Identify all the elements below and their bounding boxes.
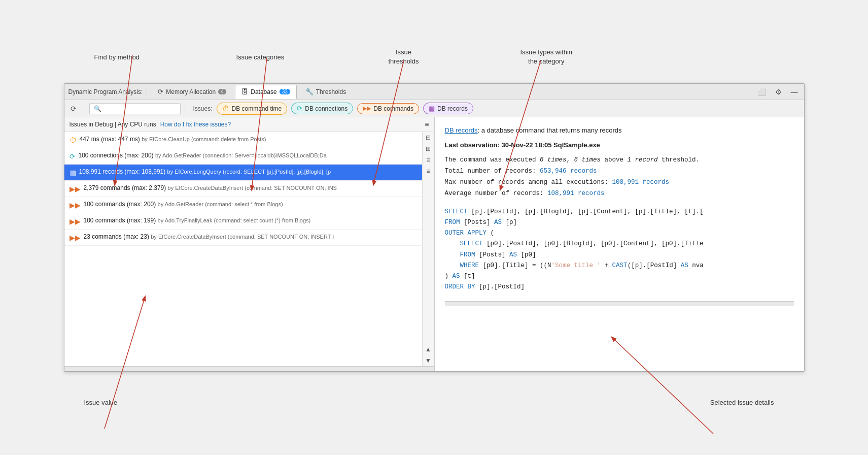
detail-title-link[interactable]: DB records bbox=[445, 126, 478, 134]
issue-item[interactable]: ⏱ 447 ms (max: 447 ms) by EfCore.CleanUp… bbox=[64, 132, 422, 148]
issue-4-icon: ▶▶ bbox=[70, 185, 81, 193]
issue-2-detail: by Ado.GetReader (connection: Server=(lo… bbox=[155, 152, 327, 158]
issue-item[interactable]: ▶▶ 23 commands (max: 23) by EfCore.Creat… bbox=[64, 230, 422, 246]
issue-6-main: 100 commands (max: 199) bbox=[84, 217, 156, 224]
detail-row-2: Max number of records among all executio… bbox=[445, 177, 794, 187]
issue-3-text: 108,991 records (max: 108,991) by EfCore… bbox=[79, 168, 417, 175]
issue-item-selected[interactable]: ▦ 108,991 records (max: 108,991) by EfCo… bbox=[64, 165, 422, 181]
filter-bar: Issues in Debug | Any CPU runs How do I … bbox=[64, 117, 434, 132]
thresholds-tab-icon: 🔧 bbox=[305, 88, 314, 95]
issue-7-main: 23 commands (max: 23) bbox=[84, 233, 149, 240]
tab-database-count: 33 bbox=[280, 89, 290, 94]
annotation-issue-thresholds: Issuethresholds bbox=[389, 48, 419, 66]
annotation-issue-categories: Issue categories bbox=[236, 53, 285, 62]
annotation-find-by-method: Find by method bbox=[94, 53, 140, 62]
issue-item[interactable]: ▶▶ 2,379 commands (max: 2,379) by EfCore… bbox=[64, 181, 422, 197]
issue-3-detail: by EfCore.LongQuery (record: SELECT [p].… bbox=[167, 169, 331, 175]
right-panel-scrollbar[interactable] bbox=[445, 301, 794, 306]
issue-item[interactable]: ▶▶ 100 commands (max: 199) by Ado.TryFin… bbox=[64, 213, 422, 230]
refresh-button[interactable]: ⟳ bbox=[68, 104, 79, 114]
detail-total-records: 653,946 records bbox=[540, 168, 597, 175]
chip-time-icon: ⏱ bbox=[222, 105, 229, 113]
tab-memory-count: 4 bbox=[218, 89, 226, 94]
tab-memory-label: Memory Allocation bbox=[166, 88, 216, 95]
issue-7-icon: ▶▶ bbox=[70, 234, 81, 242]
toolbar-divider-2 bbox=[186, 104, 186, 114]
issue-7-text: 23 commands (max: 23) by EfCore.CreateDa… bbox=[84, 233, 417, 240]
issue-6-text: 100 commands (max: 199) by Ado.TryFinall… bbox=[84, 217, 417, 224]
detail-title: DB records: a database command that retu… bbox=[445, 125, 794, 136]
issue-1-text: 447 ms (max: 447 ms) by EfCore.CleanUp (… bbox=[80, 136, 417, 143]
chip-db-records[interactable]: ▦ DB records bbox=[423, 103, 473, 114]
sort-filter-btn-4[interactable]: ≡ bbox=[426, 168, 430, 175]
issue-3-icon: ▦ bbox=[70, 169, 76, 177]
left-panel: Issues in Debug | Any CPU runs How do I … bbox=[64, 117, 435, 371]
scroll-up-btn[interactable]: ▲ bbox=[425, 346, 431, 353]
issue-6-detail: by Ado.TryFinallyLeak (command: select c… bbox=[158, 217, 311, 223]
chip-db-command-time[interactable]: ⏱ DB command time bbox=[217, 103, 288, 115]
sort-filter-btn-3[interactable]: ≡ bbox=[426, 156, 430, 164]
tab-thresholds-label: Thresholds bbox=[316, 88, 346, 95]
issue-5-detail: by Ado.GetReader (command: select * from… bbox=[158, 201, 283, 207]
issue-1-icon: ⏱ bbox=[70, 136, 77, 144]
tab-database-label: Database bbox=[251, 88, 276, 95]
annotation-issue-value: Issue value bbox=[84, 398, 118, 407]
annotation-selected-issue: Selected issue details bbox=[710, 398, 774, 407]
chip-records-label: DB records bbox=[437, 105, 468, 112]
sort-filter-btn-2[interactable]: ⊞ bbox=[426, 145, 431, 152]
annotation-issue-types: Issue types withinthe category bbox=[520, 48, 573, 66]
ide-window: Dynamic Program Analysis: ⟳ Memory Alloc… bbox=[64, 83, 805, 372]
scroll-down-btn[interactable]: ▼ bbox=[425, 357, 431, 364]
chip-db-commands[interactable]: ▶▶ DB commands bbox=[357, 103, 419, 114]
code-line-4: SELECT [p0].[PostId], [p0].[BlogId], [p0… bbox=[445, 239, 794, 249]
tab-memory[interactable]: ⟳ Memory Allocation 4 bbox=[151, 85, 233, 99]
left-panel-scrollbar[interactable] bbox=[64, 366, 434, 371]
filter-sort-icon[interactable]: ≡ bbox=[425, 120, 429, 128]
chip-db-connections[interactable]: ⟳ DB connections bbox=[291, 103, 353, 114]
code-line-6: WHERE [p0].[Title] = ((N'Some title ' + … bbox=[445, 261, 794, 271]
tab-thresholds[interactable]: 🔧 Thresholds bbox=[299, 85, 353, 99]
right-panel: DB records: a database command that retu… bbox=[435, 117, 804, 371]
memory-tab-icon: ⟳ bbox=[158, 88, 163, 95]
tab-bar: Dynamic Program Analysis: ⟳ Memory Alloc… bbox=[64, 84, 804, 100]
main-content: Issues in Debug | Any CPU runs How do I … bbox=[64, 117, 804, 371]
code-line-8: ORDER BY [p].[PostId] bbox=[445, 282, 794, 292]
toolbar-divider-1 bbox=[84, 104, 84, 114]
issue-1-main: 447 ms (max: 447 ms) bbox=[80, 136, 140, 143]
search-input[interactable] bbox=[89, 103, 181, 114]
toolbar: ⟳ Issues: ⏱ DB command time ⟳ DB connect… bbox=[64, 100, 804, 117]
chip-commands-label: DB commands bbox=[373, 105, 413, 112]
issue-6-icon: ▶▶ bbox=[70, 217, 81, 225]
issue-7-detail: by EfCore.CreateDataByInsert (command: S… bbox=[151, 234, 334, 240]
issue-2-text: 100 connections (max: 200) by Ado.GetRea… bbox=[79, 152, 417, 159]
issue-2-main: 100 connections (max: 200) bbox=[79, 152, 154, 159]
detail-subtitle: Last observation: 30-Nov-22 18:05 SqlSam… bbox=[445, 140, 794, 151]
code-line-7: ) AS [t] bbox=[445, 271, 794, 282]
detail-row-0: The command was executed 6 times, 6 time… bbox=[445, 155, 794, 165]
issue-3-main: 108,991 records (max: 108,991) bbox=[79, 168, 166, 175]
left-panel-inner: ⏱ 447 ms (max: 447 ms) by EfCore.CleanUp… bbox=[64, 132, 434, 366]
detail-row-1: Total number of records: 653,946 records bbox=[445, 166, 794, 176]
chip-connections-icon: ⟳ bbox=[297, 105, 302, 112]
detail-avg-records: 108,991 records bbox=[547, 190, 605, 197]
issue-item[interactable]: ⟳ 100 connections (max: 200) by Ado.GetR… bbox=[64, 148, 422, 165]
issue-5-icon: ▶▶ bbox=[70, 201, 81, 209]
issue-item[interactable]: ▶▶ 100 commands (max: 200) by Ado.GetRea… bbox=[64, 197, 422, 213]
minimize-icon[interactable]: — bbox=[789, 87, 800, 97]
settings-icon[interactable]: ⚙ bbox=[773, 87, 784, 97]
code-block: SELECT [p].[PostId], [p].[BlogId], [p].[… bbox=[445, 207, 794, 293]
detail-max-records: 108,991 records bbox=[612, 179, 670, 186]
sort-filter-btn-1[interactable]: ⊟ bbox=[426, 134, 431, 141]
issue-5-main: 100 commands (max: 200) bbox=[84, 201, 156, 208]
issue-list: ⏱ 447 ms (max: 447 ms) by EfCore.CleanUp… bbox=[64, 132, 422, 366]
fix-issues-link[interactable]: How do I fix these issues? bbox=[160, 121, 231, 128]
detail-row-3: Average number of records: 108,991 recor… bbox=[445, 188, 794, 199]
restore-icon[interactable]: ⬜ bbox=[755, 87, 768, 97]
code-line-2: FROM [Posts] AS [p] bbox=[445, 217, 794, 228]
code-line-5: FROM [Posts] AS [p0] bbox=[445, 250, 794, 261]
tab-bar-right: ⬜ ⚙ — bbox=[755, 87, 800, 97]
tab-database[interactable]: 🗄 Database 33 bbox=[235, 85, 297, 99]
chip-connections-label: DB connections bbox=[305, 105, 348, 112]
issues-label: Issues: bbox=[193, 105, 213, 112]
filter-label: Issues in Debug | Any CPU runs bbox=[70, 121, 156, 128]
